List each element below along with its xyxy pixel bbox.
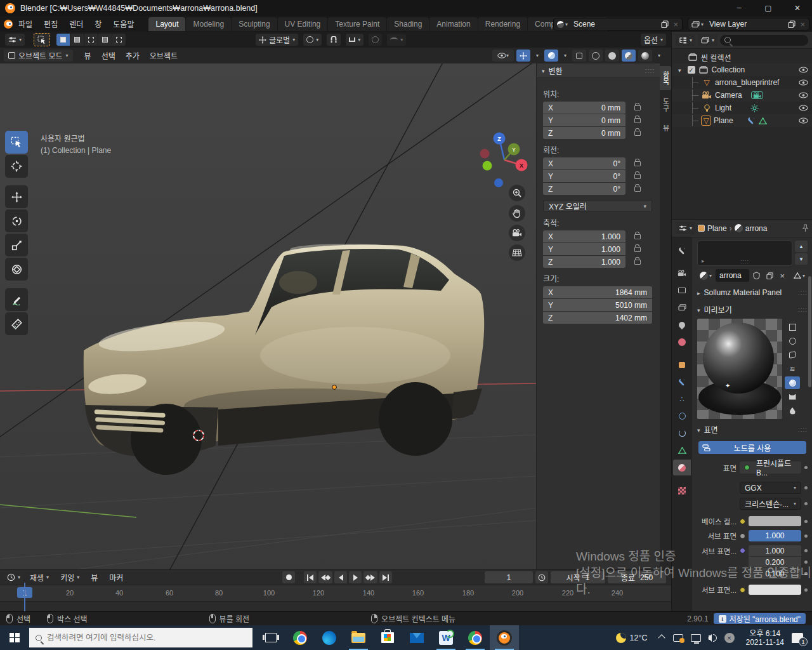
taskbar-chrome-2[interactable]: [461, 625, 490, 650]
taskbar-edge[interactable]: [315, 625, 344, 650]
outliner-collection-row[interactable]: Collection: [672, 63, 812, 76]
menu-view[interactable]: 뷰: [86, 571, 103, 584]
scale-y-field[interactable]: Y1.000: [543, 243, 625, 255]
gizmo-neg-x[interactable]: [480, 149, 490, 159]
tab-tool[interactable]: [673, 242, 691, 258]
taskbar-store[interactable]: [373, 625, 402, 650]
view-layer-remove-icon[interactable]: ×: [797, 20, 808, 29]
tab-modeling[interactable]: Modeling: [186, 17, 231, 31]
preview-cloth-button[interactable]: [785, 390, 800, 403]
gizmo-neg-y[interactable]: [483, 161, 492, 171]
menu-add[interactable]: 추가: [121, 48, 145, 63]
start-frame-field[interactable]: 시작 1: [551, 571, 605, 583]
jump-to-end-button[interactable]: [379, 571, 392, 583]
lock-icon[interactable]: [634, 105, 641, 110]
scene-unlink-icon[interactable]: ×: [671, 20, 681, 29]
tab-view-layer[interactable]: [673, 300, 691, 315]
rotation-x-field[interactable]: X0°: [543, 157, 625, 169]
view-layer-copy-button[interactable]: [786, 19, 797, 29]
radius-z-field[interactable]: 0.100: [749, 568, 801, 579]
playhead-line[interactable]: [24, 583, 25, 612]
breadcrumb-object[interactable]: Plane: [707, 224, 727, 233]
outliner-search-input[interactable]: [733, 36, 778, 44]
tab-constraints[interactable]: [673, 425, 691, 441]
base-color-swatch[interactable]: [749, 516, 801, 526]
collection-checkbox[interactable]: [688, 66, 695, 74]
active-tool-indicator[interactable]: [34, 33, 50, 46]
lock-icon[interactable]: [634, 131, 641, 136]
tool-transform[interactable]: [5, 258, 28, 281]
taskbar-chrome[interactable]: [285, 625, 315, 650]
menu-window[interactable]: 창: [89, 17, 107, 31]
status-x-tray-icon[interactable]: ×: [724, 633, 735, 643]
jump-to-start-button[interactable]: [304, 571, 317, 583]
dimensions-x-field[interactable]: X1864 mm: [543, 286, 652, 298]
sidebar-tab-item[interactable]: 항목: [660, 66, 671, 90]
view-layer-name[interactable]: View Layer: [705, 20, 786, 29]
rotation-y-field[interactable]: Y0°: [543, 170, 625, 182]
3d-viewport[interactable]: 사용자 원근법 (1) Collection | Plane Z Y X: [0, 63, 536, 569]
select-mode-new[interactable]: [56, 34, 70, 46]
proportional-editing-button[interactable]: [369, 34, 382, 46]
dimensions-z-field[interactable]: Z1402 mm: [543, 312, 652, 324]
tool-rotate[interactable]: [5, 209, 28, 232]
visibility-dropdown[interactable]: [492, 50, 514, 62]
tab-sculpting[interactable]: Sculpting: [232, 17, 277, 31]
location-z-field[interactable]: Z0 mm: [543, 127, 625, 139]
outliner-light-row[interactable]: Light: [672, 102, 812, 114]
menu-help[interactable]: 도움말: [107, 17, 140, 31]
rotation-z-field[interactable]: Z0°: [543, 183, 625, 195]
tool-presets-button[interactable]: [5, 34, 25, 46]
close-button[interactable]: [783, 0, 812, 16]
radius-x-field[interactable]: 1.000: [749, 545, 801, 556]
tab-scene[interactable]: [673, 317, 691, 333]
view-layer-browse-button[interactable]: [690, 19, 705, 29]
blender-menu-icon[interactable]: [4, 20, 13, 29]
location-y-field[interactable]: Y0 mm: [543, 114, 625, 126]
play-button[interactable]: [349, 571, 362, 583]
tab-physics[interactable]: [673, 408, 691, 424]
hide-eye-icon[interactable]: [799, 79, 808, 86]
tab-layout[interactable]: Layout: [148, 17, 185, 31]
tool-cursor[interactable]: [5, 155, 28, 178]
lock-icon[interactable]: [634, 118, 641, 123]
tab-object-data[interactable]: [673, 442, 691, 458]
tab-world[interactable]: [673, 334, 691, 350]
gizmos-dropdown[interactable]: [533, 50, 542, 62]
next-keyframe-button[interactable]: [363, 571, 377, 583]
use-nodes-button[interactable]: 노드를 사용: [698, 441, 806, 454]
preview-panel-header[interactable]: 미리보기 ::::: [697, 303, 808, 316]
select-mode-intersect[interactable]: [112, 34, 126, 46]
mode-dropdown[interactable]: 오브젝트 모드: [4, 50, 73, 62]
copy-material-button[interactable]: [764, 269, 776, 282]
collection-expand-icon[interactable]: [678, 65, 685, 74]
pin-icon[interactable]: [802, 224, 809, 232]
shading-rendered-button[interactable]: [638, 50, 652, 62]
menu-render[interactable]: 렌더: [63, 17, 89, 31]
taskbar-search-input[interactable]: [47, 633, 225, 642]
car-model-render[interactable]: [84, 244, 484, 475]
hide-eye-icon[interactable]: [799, 117, 808, 124]
options-dropdown[interactable]: 옵션: [641, 34, 666, 46]
dimensions-y-field[interactable]: Y5010 mm: [543, 299, 652, 311]
preview-sphere-button[interactable]: [785, 335, 800, 347]
timeline-editor-type-button[interactable]: [4, 571, 23, 583]
hide-eye-icon[interactable]: [799, 105, 808, 111]
task-view-button[interactable]: [256, 625, 285, 650]
breadcrumb-material[interactable]: arrona: [745, 224, 768, 233]
tab-texture[interactable]: [673, 482, 691, 498]
modifier-icon[interactable]: [747, 117, 755, 124]
play-reverse-button[interactable]: [334, 571, 347, 583]
end-frame-field[interactable]: 종료 250: [608, 571, 666, 583]
scale-x-field[interactable]: X1.000: [543, 230, 625, 242]
lock-icon[interactable]: [634, 260, 641, 265]
taskbar-search[interactable]: [29, 628, 252, 647]
current-frame-field[interactable]: 1: [485, 571, 533, 583]
distribution-dropdown[interactable]: GGX: [740, 482, 801, 494]
camera-data-icon[interactable]: [751, 91, 763, 99]
taskbar-clock[interactable]: 오후 6:14 2021-11-14: [746, 629, 785, 647]
select-mode-subtract[interactable]: [84, 34, 98, 46]
slot-remove-button[interactable]: ▼: [795, 253, 808, 265]
pan-button[interactable]: [509, 205, 525, 222]
lock-icon[interactable]: [634, 234, 641, 239]
